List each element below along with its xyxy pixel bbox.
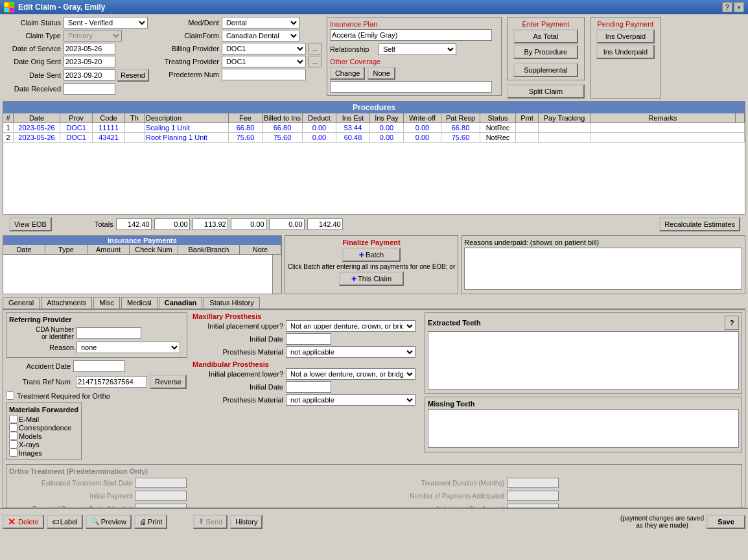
none-button[interactable]: None — [368, 67, 395, 80]
expected-payment-cycle-input[interactable] — [135, 504, 187, 508]
date-sent-input[interactable] — [64, 69, 115, 81]
tab-canadian[interactable]: Canadian — [159, 297, 203, 309]
ortho-treatment-checkbox[interactable] — [6, 391, 14, 400]
xrays-checkbox[interactable] — [9, 440, 18, 449]
totals-pat-resp-input — [307, 218, 343, 230]
procedures-table-header: # Date Prov Code Th Description Fee Bill… — [3, 113, 745, 123]
images-checkbox[interactable] — [9, 449, 18, 457]
maxillary-initial-date-input[interactable] — [286, 333, 331, 345]
tab-medical[interactable]: Medical — [121, 297, 158, 309]
predeterm-num-label: Predeterm Num — [154, 71, 219, 78]
reason-select[interactable]: none — [76, 342, 180, 353]
maxillary-material-select[interactable]: not applicable — [286, 346, 415, 358]
accident-date-input[interactable] — [73, 360, 125, 372]
anticipated-pay-amount-input[interactable] — [507, 504, 559, 508]
claim-type-select[interactable]: Primary — [64, 30, 122, 41]
extracted-teeth-textarea[interactable] — [428, 331, 739, 390]
totals-fee-input — [116, 218, 152, 230]
preview-button[interactable]: 🔍 Preview — [86, 515, 132, 529]
est-treatment-start-input[interactable] — [135, 478, 187, 488]
svg-rect-3 — [10, 8, 14, 12]
close-button[interactable]: × — [734, 2, 744, 12]
predeterm-num-input[interactable] — [222, 69, 306, 80]
by-procedure-button[interactable]: By Procedure — [513, 45, 578, 59]
recalculate-estimates-button[interactable]: Recalculate Estimates — [659, 217, 740, 231]
batch-button[interactable]: + Batch — [342, 248, 401, 262]
totals-billed-input — [154, 218, 190, 230]
as-total-button[interactable]: As Total — [513, 29, 578, 43]
insurance-plan-name-input[interactable] — [330, 29, 492, 41]
med-dent-select[interactable]: Dental — [222, 17, 299, 29]
window-title: Edit Claim - Gray, Emily — [18, 3, 105, 12]
maxillary-prosthesis-title: Maxillary Prosthesis — [193, 312, 419, 320]
treating-provider-dots-button[interactable]: ... — [309, 56, 321, 67]
date-orig-sent-label: Date Orig Sent — [3, 58, 61, 65]
cda-number-label: CDA Number or Identifier — [9, 326, 74, 340]
treating-provider-select[interactable]: DOC1 — [222, 56, 306, 67]
delete-icon: ✕ — [8, 517, 16, 527]
resend-button[interactable]: Resend — [117, 69, 149, 82]
claim-form-select[interactable]: Canadian Dental — [222, 30, 299, 41]
initial-placement-upper-label: Initial placement upper? — [193, 322, 283, 330]
preview-icon: 🔍 — [91, 517, 100, 526]
mandibular-initial-date-label: Initial Date — [193, 383, 283, 391]
bottom-bar: ✕ Delete 🏷 Label 🔍 Preview 🖨 Print ⬆ Sen… — [0, 508, 748, 534]
date-of-service-input[interactable] — [64, 43, 115, 54]
reasons-underpaid-textarea[interactable] — [464, 248, 742, 290]
date-sent-label: Date Sent — [3, 71, 61, 79]
split-claim-button[interactable]: Split Claim — [507, 84, 585, 99]
initial-payment-input[interactable] — [135, 491, 187, 501]
relationship-select[interactable]: Self — [379, 43, 456, 55]
send-icon: ⬆ — [198, 517, 204, 526]
initial-placement-upper-select[interactable]: Not an upper denture, crown, or bridge — [286, 320, 415, 332]
tab-status-history[interactable]: Status History — [204, 297, 259, 309]
initial-placement-lower-select[interactable]: Not a lower denture, crown, or bridge — [286, 368, 415, 380]
send-button[interactable]: ⬆ Send — [193, 515, 228, 529]
maxillary-material-label: Prosthesis Material — [193, 348, 283, 356]
date-received-input[interactable] — [64, 83, 115, 95]
cda-number-input[interactable] — [76, 327, 141, 339]
tab-attachments[interactable]: Attachments — [41, 297, 92, 309]
billing-provider-select[interactable]: DOC1 — [222, 43, 306, 54]
change-button[interactable]: Change — [330, 67, 366, 80]
num-payments-input[interactable] — [507, 491, 559, 501]
email-checkbox[interactable] — [9, 415, 18, 423]
other-coverage-input[interactable] — [330, 81, 492, 93]
billing-provider-dots-button[interactable]: ... — [309, 43, 321, 54]
models-checkbox[interactable] — [9, 432, 18, 440]
date-orig-sent-input[interactable] — [64, 56, 115, 67]
ins-underpaid-button[interactable]: Ins Underpaid — [596, 45, 655, 59]
accident-date-label: Accident Date — [6, 362, 71, 370]
mandibular-material-select[interactable]: not applicable — [286, 394, 415, 406]
table-row[interactable]: 2 2023-05-26 DOC1 43421 Root Planing 1 U… — [3, 133, 745, 143]
mandibular-prosthesis-title: Mandibular Prosthesis — [193, 360, 419, 368]
tab-misc[interactable]: Misc — [93, 297, 120, 309]
print-button[interactable]: 🖨 Print — [134, 515, 168, 529]
treatment-duration-input[interactable] — [507, 478, 559, 488]
extracted-teeth-help-button[interactable]: ? — [725, 316, 739, 330]
table-row[interactable]: 1 2023-05-26 DOC1 11111 Scaling 1 Unit 6… — [3, 123, 745, 133]
history-button[interactable]: History — [230, 515, 263, 529]
maxillary-initial-date-label: Initial Date — [193, 335, 283, 343]
totals-write-off-input — [269, 218, 305, 230]
claim-form-label: ClaimForm — [154, 32, 219, 40]
reverse-button[interactable]: Reverse — [150, 375, 187, 389]
ins-overpaid-button[interactable]: Ins Overpaid — [596, 29, 655, 43]
enter-payment-title: Enter Payment — [510, 20, 581, 28]
mandibular-initial-date-input[interactable] — [286, 381, 331, 393]
totals-ins-pay-input — [231, 218, 266, 230]
supplemental-button[interactable]: Supplemental — [513, 63, 578, 77]
help-button[interactable]: ? — [722, 2, 732, 12]
correspondence-checkbox[interactable] — [9, 423, 18, 432]
save-button[interactable]: Save — [707, 515, 745, 529]
missing-teeth-textarea[interactable] — [428, 409, 739, 448]
delete-button[interactable]: ✕ Delete — [3, 515, 44, 529]
tab-general[interactable]: General — [3, 297, 40, 309]
label-button[interactable]: 🏷 Label — [47, 515, 83, 529]
payment-note: (payment changes are savedas they are ma… — [620, 515, 704, 529]
this-claim-button[interactable]: + This Claim — [339, 272, 404, 286]
view-eob-button[interactable]: View EOB — [9, 217, 52, 231]
claim-status-select[interactable]: Sent - Verified — [64, 17, 148, 29]
ins-payments-scrollbar[interactable] — [272, 255, 281, 294]
trans-ref-num-input[interactable] — [76, 376, 147, 388]
